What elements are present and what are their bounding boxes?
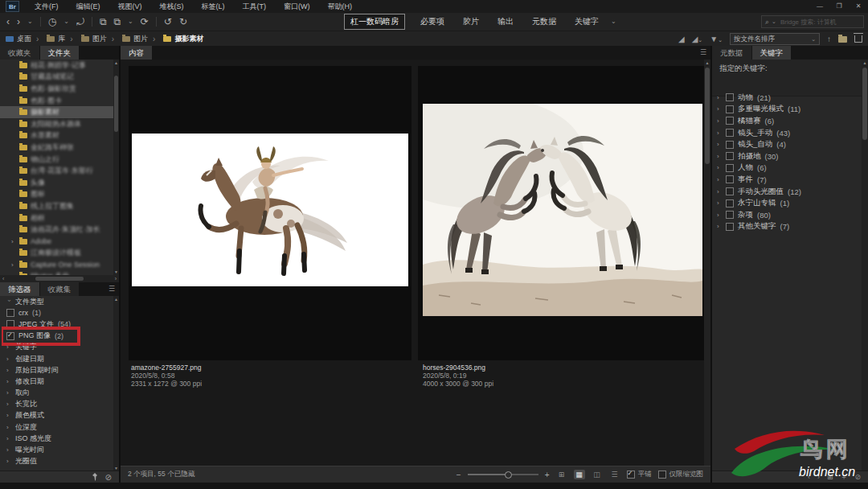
workspace-tab[interactable]: 必要项 — [417, 14, 448, 29]
keyword-item[interactable]: › 拍摄地 (30) — [712, 150, 862, 162]
checkbox[interactable] — [6, 320, 14, 328]
keyword-item[interactable]: › 事件 (7) — [712, 174, 862, 186]
close-icon[interactable]: ✕ — [849, 0, 868, 13]
content-scrollbar[interactable]: ▲ — [704, 60, 710, 466]
keyword-item[interactable]: › 镜头_自动 (4) — [712, 138, 862, 150]
photo-horses[interactable] — [423, 104, 702, 316]
new-sub-keyword-icon[interactable]: ⊞ — [827, 473, 833, 481]
checkbox[interactable] — [726, 152, 734, 160]
panel-tab[interactable]: 筛选器 — [0, 282, 39, 296]
menu-item[interactable]: 视图(V) — [109, 0, 151, 13]
tile-toggle[interactable]: 平铺 — [627, 470, 652, 479]
panel-tab[interactable]: 文件夹 — [40, 46, 80, 60]
checkbox[interactable] — [726, 141, 734, 149]
panel-divider[interactable] — [119, 46, 121, 483]
filter-option[interactable]: JPEG 文件 (54) — [0, 318, 119, 330]
view-details-icon[interactable]: ◫ — [592, 470, 603, 479]
sync-icon[interactable]: ⟳ — [141, 17, 149, 27]
filter-group[interactable]: › 文件类型 — [0, 296, 119, 307]
workspace-tab[interactable]: 胶片 — [460, 14, 482, 29]
panel-menu-icon[interactable]: ☰ — [700, 46, 710, 60]
delete-keyword-icon[interactable]: ⊘ — [854, 473, 861, 481]
scroll-left-icon[interactable]: ‹ — [2, 276, 4, 281]
trash-icon[interactable] — [854, 35, 862, 43]
thumbnail-size-slider[interactable] — [468, 474, 538, 475]
thumbnail-cell[interactable] — [129, 66, 411, 360]
search-dropdown-icon[interactable]: ⌄ — [772, 18, 776, 25]
breadcrumb-item[interactable]: 图片 — [65, 34, 106, 44]
minimize-icon[interactable]: — — [810, 0, 829, 13]
folder-item[interactable]: › 色彩·图卡 — [0, 95, 119, 107]
view-thumbnails-icon[interactable]: ▦ — [574, 470, 585, 479]
recent-files-icon[interactable]: ◷ — [48, 17, 56, 27]
filter-group[interactable]: › 位深度 — [0, 421, 119, 433]
filter-funnel-icon[interactable]: ▼⌄ — [710, 35, 723, 43]
keywords-scrollbar[interactable]: ▲ — [862, 60, 868, 471]
panel-tab[interactable]: 收藏集 — [40, 282, 80, 296]
filter-group[interactable]: › 原始日期时间 — [0, 364, 119, 376]
filter-group[interactable]: › 取向 — [0, 388, 119, 399]
keyword-item[interactable]: › 镜头_手动 (43) — [712, 127, 862, 139]
checkbox[interactable] — [726, 187, 734, 195]
checkbox[interactable] — [627, 471, 635, 479]
refine-icon[interactable]: ⧉ — [113, 17, 121, 27]
zoom-in-icon[interactable]: + — [545, 471, 550, 479]
breadcrumb-item[interactable]: 摄影素材 — [148, 34, 203, 44]
checkbox[interactable] — [726, 164, 734, 172]
filter-rating-dropdown-icon[interactable]: ◢⌄ — [692, 35, 703, 43]
checkbox[interactable] — [726, 117, 734, 125]
panel-tab[interactable]: 元数据 — [712, 46, 751, 60]
filter-group[interactable]: › 曝光时间 — [0, 444, 119, 455]
get-photos-icon[interactable]: ⧉ — [100, 17, 107, 27]
menu-item[interactable]: 标签(L) — [193, 0, 234, 13]
checkbox[interactable] — [658, 471, 666, 479]
view-list-icon[interactable]: ☰ — [609, 470, 620, 479]
search-input[interactable] — [779, 18, 860, 27]
menu-item[interactable]: 帮助(H) — [319, 0, 362, 13]
breadcrumb-item[interactable]: 图片 — [107, 34, 148, 44]
panel-menu-icon[interactable]: ☰ — [108, 282, 119, 296]
scroll-up-icon[interactable]: ▲ — [862, 60, 868, 65]
thumbnail-only-toggle[interactable]: 仅限缩览图 — [658, 470, 704, 479]
folder-item[interactable]: › 金妃路车样张 — [0, 142, 119, 154]
checkbox[interactable] — [726, 175, 734, 183]
filter-option[interactable]: PNG 图像 (2) — [0, 331, 119, 342]
checkbox[interactable] — [726, 93, 734, 101]
prev-keyword-icon[interactable]: ‹ — [808, 473, 810, 481]
folder-item[interactable]: › 江南极设计模板 — [0, 248, 119, 260]
menu-item[interactable]: 编辑(E) — [68, 0, 109, 13]
folder-item[interactable]: › 桂花·舞蹈学·记事 — [0, 60, 119, 72]
folder-item[interactable]: › 油画花卉·朱顶红·加长 — [0, 224, 119, 236]
thumbnail-cell[interactable] — [418, 66, 707, 360]
keyword-item[interactable]: › 杂项 (80) — [712, 209, 862, 221]
menu-item[interactable]: 文件(F) — [26, 0, 68, 13]
tab-content[interactable]: 内容 — [121, 46, 152, 60]
folder-item[interactable]: › 线上拉丁图集 — [0, 200, 119, 212]
maximize-icon[interactable]: ❐ — [829, 0, 849, 13]
folder-item[interactable]: › 甘藏县城笔记 — [0, 72, 119, 84]
filter-group[interactable]: › 创建日期 — [0, 353, 119, 364]
clear-filter-icon[interactable]: ⊘ — [105, 473, 112, 482]
recent-dropdown-icon[interactable]: ⌄ — [63, 18, 69, 25]
folder-item[interactable]: › 水墨素材 — [0, 130, 119, 142]
workspace-tab[interactable]: 关键字 — [571, 14, 602, 29]
filter-rating-icon[interactable]: ◢ — [678, 35, 685, 43]
checkbox[interactable] — [726, 129, 734, 137]
tree-scrollbar[interactable]: ▲ ▼ — [113, 60, 119, 275]
checkbox[interactable] — [726, 105, 734, 113]
keyword-item[interactable]: › 多重曝光模式 (11) — [712, 104, 862, 116]
folder-item[interactable]: › 相框 — [0, 212, 119, 224]
workspace-tab[interactable]: 输出 — [494, 14, 517, 29]
keyword-item[interactable]: › 其他关键字 (7) — [712, 221, 862, 233]
breadcrumb-item[interactable]: 库 — [31, 34, 65, 44]
folder-item[interactable]: › Adobe — [0, 236, 119, 248]
keyword-item[interactable]: › 人物 (6) — [712, 162, 862, 175]
new-keyword-icon[interactable]: ＋ — [840, 472, 847, 483]
filter-group[interactable]: › 光圈值 — [0, 456, 119, 467]
scroll-up-icon[interactable]: ▲ — [704, 60, 710, 65]
boomerang-icon[interactable]: ⤾ — [76, 17, 84, 27]
folder-item[interactable]: › 台湾·花莲市·东部行 — [0, 165, 119, 177]
photo-amazone[interactable] — [132, 134, 408, 286]
checkbox[interactable] — [6, 309, 14, 317]
folder-item[interactable]: › 物山之行 — [0, 154, 119, 166]
